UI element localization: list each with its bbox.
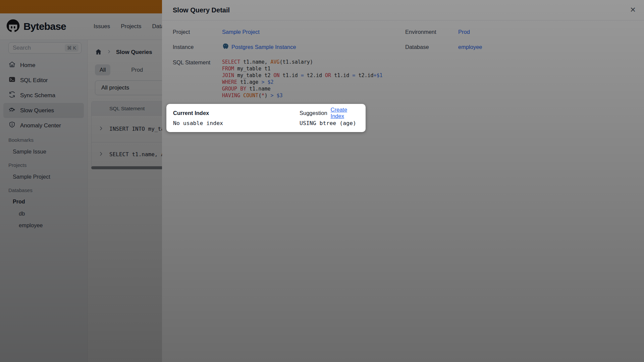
index-advisor-card: Current Index Suggestion Create Index No…	[166, 104, 366, 132]
spotlight-overlay	[0, 0, 644, 362]
create-index-link[interactable]: Create Index	[331, 107, 359, 119]
screen: Bytebase Issues Projects Databases ⌘ K H…	[0, 0, 644, 362]
current-index-label: Current Index	[173, 110, 209, 116]
suggestion-value: USING btree (age)	[300, 120, 356, 126]
index-card-header-row: Current Index Suggestion Create Index	[173, 108, 359, 118]
suggestion-label: Suggestion	[300, 110, 327, 116]
index-card-value-row: No usable index USING btree (age)	[173, 118, 359, 128]
current-index-value: No usable index	[173, 120, 223, 126]
